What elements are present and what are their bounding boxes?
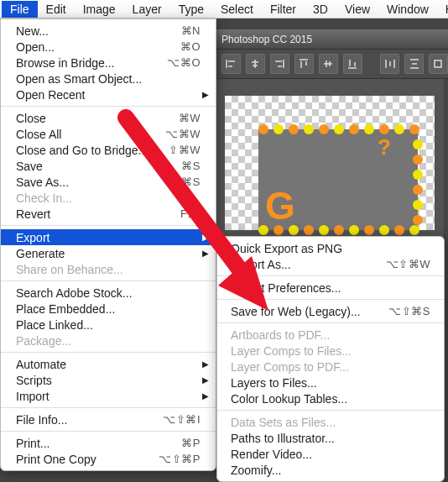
menu-item-automate[interactable]: Automate▶ — [1, 356, 216, 372]
menu-3d[interactable]: 3D — [305, 1, 336, 18]
menu-item-close-all[interactable]: Close All⌥⌘W — [1, 126, 216, 142]
submenu-item-render-video[interactable]: Render Video... — [217, 446, 444, 462]
submenu-item-export-as[interactable]: Export As...⌥⇧⌘W — [217, 256, 444, 272]
submenu-item-label: Export Preferences... — [231, 281, 430, 295]
decor-dot — [349, 225, 359, 235]
menu-type[interactable]: Type — [170, 1, 212, 18]
menu-item-scripts[interactable]: Scripts▶ — [1, 372, 216, 388]
menu-item-shortcut: ⌘W — [159, 112, 201, 124]
decor-dot — [349, 124, 359, 134]
menu-item-new[interactable]: New...⌘N — [1, 23, 216, 39]
submenu-item-save-for-web-legacy[interactable]: Save for Web (Legacy)...⌥⇧⌘S — [217, 303, 444, 319]
menu-item-export[interactable]: Export▶ — [1, 229, 216, 245]
menu-separator — [217, 322, 444, 323]
menu-item-shortcut: ⌥⌘W — [159, 128, 201, 140]
menu-item-open-recent[interactable]: Open Recent▶ — [1, 86, 216, 102]
decor-dot — [413, 185, 423, 195]
menu-item-label: Automate — [16, 358, 201, 371]
align-center-h-icon[interactable] — [246, 54, 265, 74]
menu-file[interactable]: File — [2, 1, 38, 18]
decor-dot — [334, 124, 344, 134]
menu-item-browse-in-bridge[interactable]: Browse in Bridge...⌥⌘O — [1, 55, 216, 71]
distribute-v-icon[interactable] — [404, 54, 424, 74]
menu-item-label: Close and Go to Bridge... — [16, 144, 159, 157]
menu-item-save-as[interactable]: Save As...⇧⌘S — [1, 174, 216, 190]
menu-item-label: Place Embedded... — [16, 302, 201, 316]
menu-item-label: Revert — [16, 207, 159, 221]
menu-item-shortcut: ⌘S — [159, 160, 201, 172]
menu-edit[interactable]: Edit — [38, 1, 75, 18]
menu-item-close[interactable]: Close⌘W — [1, 110, 216, 126]
menu-item-open-as-smart-object[interactable]: Open as Smart Object... — [1, 71, 216, 86]
menu-item-label: Place Linked... — [16, 318, 201, 332]
submenu-item-quick-export-as-png[interactable]: Quick Export as PNG — [217, 240, 444, 256]
menu-item-search-adobe-stock[interactable]: Search Adobe Stock... — [1, 285, 216, 301]
submenu-item-export-preferences[interactable]: Export Preferences... — [217, 280, 444, 296]
menu-image[interactable]: Image — [75, 1, 124, 18]
menu-window[interactable]: Window — [378, 1, 437, 18]
menu-select[interactable]: Select — [212, 1, 262, 18]
menu-item-label: Open... — [16, 40, 159, 54]
decor-dot — [394, 225, 404, 235]
menu-item-label: Share on Behance... — [16, 263, 201, 276]
menu-item-print-one-copy[interactable]: Print One Copy⌥⇧⌘P — [1, 451, 216, 467]
menu-layer[interactable]: Layer — [124, 1, 170, 18]
options-toolbar — [216, 49, 448, 79]
menu-item-label: Scripts — [16, 374, 201, 387]
decor-dot — [413, 170, 423, 180]
menu-item-label: Open as Smart Object... — [16, 72, 201, 86]
menu-item-save[interactable]: Save⌘S — [1, 158, 216, 174]
menu-item-open[interactable]: Open...⌘O — [1, 39, 216, 55]
distribute-icon[interactable] — [429, 54, 448, 74]
menu-item-shortcut: F12 — [159, 207, 201, 220]
menu-item-revert[interactable]: RevertF12 — [1, 206, 216, 222]
submenu-item-layers-to-files[interactable]: Layers to Files... — [217, 375, 444, 390]
menu-separator — [1, 106, 216, 107]
submenu-item-paths-to-illustrator[interactable]: Paths to Illustrator... — [217, 430, 444, 446]
submenu-item-label: Zoomify... — [231, 464, 430, 477]
align-bottom-icon[interactable] — [343, 54, 362, 74]
menu-item-check-in: Check In... — [1, 190, 216, 206]
menu-view[interactable]: View — [336, 1, 378, 18]
artwork-box: G ? — [258, 129, 418, 230]
menu-item-label: Save — [16, 160, 159, 173]
submenu-arrow-icon: ▶ — [202, 375, 209, 385]
decor-dot — [258, 225, 268, 235]
artwork-question: ? — [378, 134, 391, 160]
submenu-item-label: Layer Comps to PDF... — [231, 360, 430, 374]
decor-dot — [258, 124, 268, 134]
align-center-v-icon[interactable] — [319, 54, 338, 74]
submenu-arrow-icon: ▶ — [202, 359, 209, 369]
menu-item-shortcut: ⇧⌘W — [159, 144, 201, 156]
menu-item-label: Close — [16, 112, 159, 125]
submenu-arrow-icon: ▶ — [202, 249, 209, 258]
menu-item-shortcut: ⌘P — [159, 437, 201, 449]
align-top-icon[interactable] — [294, 54, 314, 74]
distribute-h-icon[interactable] — [380, 54, 399, 74]
menu-item-label: Search Adobe Stock... — [16, 286, 201, 300]
menu-item-label: New... — [16, 24, 159, 38]
submenu-item-label: Render Video... — [231, 448, 430, 461]
menu-item-generate[interactable]: Generate▶ — [1, 245, 216, 261]
document-canvas[interactable]: G ? — [216, 79, 444, 238]
menu-item-shortcut: ⌥⇧⌘P — [159, 453, 201, 465]
submenu-item-zoomify[interactable]: Zoomify... — [217, 462, 444, 478]
decor-dot — [289, 124, 299, 134]
menu-he[interactable]: He — [437, 1, 448, 18]
decor-dot — [364, 225, 374, 235]
menu-item-place-embedded[interactable]: Place Embedded... — [1, 301, 216, 317]
menu-item-place-linked[interactable]: Place Linked... — [1, 317, 216, 333]
decor-dot — [379, 225, 389, 235]
menu-filter[interactable]: Filter — [262, 1, 305, 18]
menu-item-label: Package... — [16, 334, 201, 348]
decor-dot — [319, 225, 329, 235]
align-right-icon[interactable] — [270, 54, 289, 74]
submenu-item-color-lookup-tables[interactable]: Color Lookup Tables... — [217, 390, 444, 406]
app-titlebar: Photoshop CC 2015 — [216, 29, 448, 49]
menu-item-file-info[interactable]: File Info...⌥⇧⌘I — [1, 411, 216, 427]
menu-item-print[interactable]: Print...⌘P — [1, 435, 216, 451]
menu-item-close-and-go-to-bridge[interactable]: Close and Go to Bridge...⇧⌘W — [1, 142, 216, 158]
decor-dot — [379, 124, 389, 134]
menu-item-import[interactable]: Import▶ — [1, 388, 216, 404]
align-left-icon[interactable] — [221, 54, 241, 74]
